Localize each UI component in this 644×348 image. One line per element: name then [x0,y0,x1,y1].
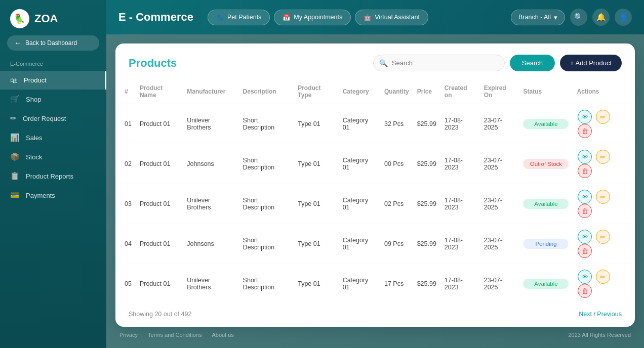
col-category: Category [339,79,380,104]
sidebar-item-sales[interactable]: 📊 Sales [0,128,106,147]
branch-select[interactable]: Branch - All ▾ [511,10,565,25]
cell-8: 17-08-2023 [440,144,480,184]
edit-button[interactable]: ✏ [596,110,610,124]
card-footer: Showing 20 out of 492 Next / Previous [115,303,635,327]
pagination-link[interactable]: Next / Previous [579,311,622,318]
sidebar-item-payments[interactable]: 💳 Payments [0,186,106,205]
actions-cell: 👁 ✏ 🗑 [573,144,630,184]
cell-3: Short Description [239,144,294,184]
footer-links: PrivacyTerms and ConditionsAbout us [119,332,234,338]
view-button[interactable]: 👁 [578,270,592,284]
footer-link-terms-and-conditions[interactable]: Terms and Conditions [148,332,202,338]
search-input-wrap: 🔍 [373,55,505,71]
cell-8: 17-08-2023 [440,264,480,304]
sidebar-item-label: Product Reports [26,172,73,180]
cell-1: Product 01 [136,104,183,144]
edit-button[interactable]: ✏ [596,230,610,244]
notification-button[interactable]: 🔔 [592,9,610,26]
delete-button[interactable]: 🗑 [578,204,592,218]
logo-icon: 🦜 [10,9,29,28]
showing-label: Showing 20 out of 492 [129,311,191,318]
footer-link-about-us[interactable]: About us [212,332,233,338]
view-button[interactable]: 👁 [578,190,592,204]
col-quantity: Quantity [380,79,413,104]
search-button[interactable]: Search [510,55,555,71]
sidebar-section-label: E-Commerce [0,61,106,71]
cell-6: 09 Pcs [380,224,413,264]
status-cell: Out of Stock [519,144,573,184]
search-input[interactable] [373,55,505,71]
sidebar-item-product-reports[interactable]: 📋 Product Reports [0,166,106,186]
edit-button[interactable]: ✏ [596,190,610,204]
status-badge: Pending [523,239,569,249]
status-badge: Available [523,279,569,289]
status-cell: Available [519,184,573,224]
nav-pill-pet-patients[interactable]: 🐾Pet Patients [208,10,270,25]
delete-button[interactable]: 🗑 [578,244,592,258]
cell-9: 23-07-2025 [480,144,519,184]
nav-list: 🛍 Product🛒 Shop✏ Order Request📊 Sales📦 S… [0,71,106,205]
view-button[interactable]: 👁 [578,150,592,164]
edit-button[interactable]: ✏ [596,270,610,284]
table-row: 01Product 01Unilever BrothersShort Descr… [120,104,630,144]
actions-cell: 👁 ✏ 🗑 [573,104,630,144]
status-cell: Pending [519,224,573,264]
search-button[interactable]: 🔍 [570,9,587,26]
sidebar-item-product[interactable]: 🛍 Product [0,71,106,90]
edit-button[interactable]: ✏ [596,150,610,164]
search-icon: 🔍 [574,13,584,22]
back-icon: ← [14,39,21,47]
cell-8: 17-08-2023 [440,184,480,224]
bell-icon: 🔔 [596,13,606,22]
cell-1: Product 01 [136,144,183,184]
back-to-dashboard-button[interactable]: ← Back to Dashboard [7,35,99,51]
cell-4: Type 01 [294,224,338,264]
delete-button[interactable]: 🗑 [578,124,592,138]
table-row: 05Product 01Unilever BrothersShort Descr… [120,264,630,304]
col-producttype: Product Type [294,79,338,104]
delete-button[interactable]: 🗑 [578,284,592,298]
cell-4: Type 01 [294,184,338,224]
user-button[interactable]: 👤 [615,9,632,26]
nav-pill-my-appointments[interactable]: 📅My Appointments [274,10,351,25]
user-icon: 👤 [619,13,628,22]
col-price: Price [413,79,440,104]
actions-cell: 👁 ✏ 🗑 [573,184,630,224]
cell-4: Type 01 [294,264,338,304]
cell-9: 23-07-2025 [480,104,519,144]
view-button[interactable]: 👁 [578,110,592,124]
sidebar-item-order-request[interactable]: ✏ Order Request [0,109,106,128]
stock-icon: 📦 [10,152,20,161]
view-button[interactable]: 👁 [578,230,592,244]
status-cell: Available [519,104,573,144]
topbar: E - Commerce 🐾Pet Patients📅My Appointmen… [106,0,644,34]
chevron-down-icon: ▾ [554,14,557,21]
cell-2: Unilever Brothers [183,264,238,304]
cell-4: Type 01 [294,144,338,184]
nav-pill-virtual-assistant[interactable]: 🤖Virtual Assistant [355,10,428,25]
col-manufacturer: Manufacturer [183,79,238,104]
sidebar: 🦜 ZOA ← Back to Dashboard E-Commerce 🛍 P… [0,0,106,348]
search-icon: 🔍 [379,59,388,67]
logo-text: ZOA [34,12,58,25]
cell-8: 17-08-2023 [440,224,480,264]
sidebar-item-shop[interactable]: 🛒 Shop [0,90,106,109]
table-body: 01Product 01Unilever BrothersShort Descr… [120,104,630,304]
delete-button[interactable]: 🗑 [578,164,592,178]
copyright: 2023 All Rights Reserved [568,332,631,338]
status-badge: Out of Stock [523,159,569,169]
cell-7: $25.99 [413,184,440,224]
cell-5: Category 01 [339,184,380,224]
app-title: E - Commerce [118,11,193,24]
cell-9: 23-07-2025 [480,224,519,264]
back-label: Back to Dashboard [25,39,77,47]
sidebar-item-stock[interactable]: 📦 Stock [0,147,106,166]
logo: 🦜 ZOA [0,0,106,35]
card-header: Products 🔍 Search + Add Product [115,44,635,79]
cell-5: Category 01 [339,144,380,184]
cell-3: Short Description [239,224,294,264]
products-table-wrap: #Product NameManufacturerDescriptionProd… [115,79,635,303]
add-product-button[interactable]: + Add Product [560,55,622,71]
footer-link-privacy[interactable]: Privacy [119,332,138,338]
table-row: 04Product 01JohnsonsShort DescriptionTyp… [120,224,630,264]
